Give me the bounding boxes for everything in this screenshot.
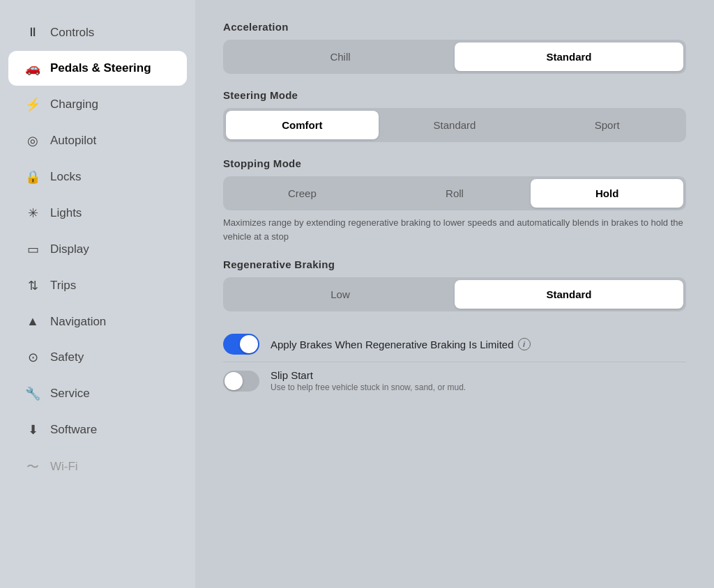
sidebar-item-label-autopilot: Autopilot (50, 134, 96, 148)
lights-icon: ✳ (25, 206, 40, 221)
stopping-mode-group-roll-button[interactable]: Roll (379, 179, 531, 208)
sidebar-item-label-trips: Trips (50, 279, 76, 293)
sidebar-item-navigation[interactable]: ▲Navigation (8, 304, 187, 339)
toggle-row-apply-brakes: Apply Brakes When Regenerative Braking I… (223, 327, 686, 362)
toggle-switch-apply-brakes[interactable] (223, 334, 259, 355)
steering-mode-group: ComfortStandardSport (223, 108, 686, 142)
toggle-label-slip-start: Slip StartUse to help free vehicle stuck… (271, 369, 466, 392)
controls-icon: ⏸ (25, 25, 40, 40)
stopping-mode-title: Stopping Mode (223, 157, 686, 169)
steering-mode-group-sport-button[interactable]: Sport (531, 111, 683, 139)
sidebar-item-label-display: Display (50, 242, 89, 256)
sidebar-item-controls[interactable]: ⏸Controls (8, 15, 187, 49)
sidebar-item-software[interactable]: ⬇Software (8, 412, 187, 447)
toggle-row-slip-start: Slip StartUse to help free vehicle stuck… (223, 362, 686, 399)
sidebar-item-label-wifi: Wi-Fi (50, 460, 78, 474)
autopilot-icon: ◎ (25, 133, 40, 148)
main-content: Acceleration ChillStandard Steering Mode… (195, 0, 714, 588)
service-icon: 🔧 (25, 386, 40, 401)
sidebar-item-label-software: Software (50, 423, 97, 437)
toggle-text-apply-brakes: Apply Brakes When Regenerative Braking I… (271, 338, 686, 350)
toggle-knob-slip-start (225, 372, 243, 390)
sidebar-item-autopilot[interactable]: ◎Autopilot (8, 123, 187, 158)
stopping-mode-group: CreepRollHold (223, 176, 686, 210)
stopping-mode-description: Maximizes range by extending regenerativ… (223, 216, 686, 243)
regen-braking-title: Regenerative Braking (223, 258, 686, 270)
toggle-sublabel-slip-start: Use to help free vehicle stuck in snow, … (271, 382, 466, 392)
trips-icon: ⇅ (25, 278, 40, 293)
steering-mode-group-standard-button[interactable]: Standard (379, 111, 531, 139)
toggle-text-slip-start: Slip StartUse to help free vehicle stuck… (271, 369, 686, 392)
sidebar-item-label-charging: Charging (50, 98, 98, 111)
sidebar-item-locks[interactable]: 🔒Locks (8, 160, 187, 194)
display-icon: ▭ (25, 242, 40, 257)
acceleration-group-chill-button[interactable]: Chill (226, 42, 455, 71)
charging-icon: ⚡ (25, 97, 40, 112)
info-icon-apply-brakes[interactable]: i (518, 338, 531, 350)
sidebar-item-label-locks: Locks (50, 170, 81, 184)
acceleration-group: ChillStandard (223, 40, 686, 74)
sidebar-item-label-pedals-steering: Pedals & Steering (50, 61, 151, 75)
navigation-icon: ▲ (25, 314, 40, 329)
stopping-mode-group-creep-button[interactable]: Creep (226, 179, 379, 208)
acceleration-section: Acceleration ChillStandard (223, 21, 686, 74)
toggle-switch-slip-start[interactable] (223, 371, 259, 392)
sidebar-item-label-controls: Controls (50, 26, 94, 40)
sidebar-item-label-navigation: Navigation (50, 315, 106, 329)
sidebar-item-label-safety: Safety (50, 350, 84, 364)
acceleration-group-standard-button[interactable]: Standard (455, 42, 683, 71)
pedals-steering-icon: 🚗 (25, 61, 40, 76)
sidebar-item-pedals-steering[interactable]: 🚗Pedals & Steering (8, 51, 187, 86)
software-icon: ⬇ (25, 422, 40, 438)
sidebar-item-trips[interactable]: ⇅Trips (8, 268, 187, 303)
sidebar-item-safety[interactable]: ⊙Safety (8, 340, 187, 375)
sidebar-item-wifi: 〜Wi-Fi (8, 449, 187, 485)
sidebar-item-charging[interactable]: ⚡Charging (8, 87, 187, 122)
stopping-mode-group-hold-button[interactable]: Hold (531, 179, 683, 208)
sidebar-item-service[interactable]: 🔧Service (8, 376, 187, 411)
sidebar: ⏸Controls🚗Pedals & Steering⚡Charging◎Aut… (0, 0, 195, 588)
regen-braking-group-standard-button[interactable]: Standard (455, 280, 683, 309)
toggle-knob-apply-brakes (240, 335, 258, 353)
acceleration-title: Acceleration (223, 21, 686, 33)
wifi-icon: 〜 (25, 458, 40, 475)
sidebar-item-label-lights: Lights (50, 206, 82, 220)
regen-braking-group: LowStandard (223, 277, 686, 311)
steering-mode-section: Steering Mode ComfortStandardSport (223, 89, 686, 142)
steering-mode-group-comfort-button[interactable]: Comfort (226, 111, 379, 139)
locks-icon: 🔒 (25, 169, 40, 185)
toggles-container: Apply Brakes When Regenerative Braking I… (223, 327, 686, 399)
sidebar-item-label-service: Service (50, 387, 90, 401)
regen-braking-group-low-button[interactable]: Low (226, 280, 455, 309)
sidebar-item-lights[interactable]: ✳Lights (8, 196, 187, 231)
sidebar-item-display[interactable]: ▭Display (8, 232, 187, 267)
regen-braking-section: Regenerative Braking LowStandard (223, 258, 686, 311)
toggle-label-apply-brakes: Apply Brakes When Regenerative Braking I… (271, 339, 514, 350)
safety-icon: ⊙ (25, 350, 40, 365)
stopping-mode-section: Stopping Mode CreepRollHold Maximizes ra… (223, 157, 686, 243)
steering-mode-title: Steering Mode (223, 89, 686, 101)
